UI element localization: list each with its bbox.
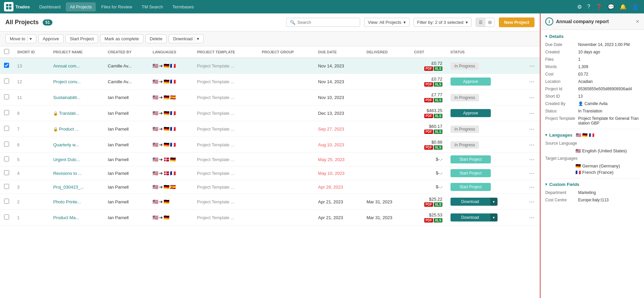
start-project-button[interactable]: Start Project bbox=[450, 183, 491, 191]
project-link[interactable]: Sustainabilit... bbox=[53, 95, 80, 100]
row-checkbox[interactable] bbox=[4, 94, 9, 99]
project-link[interactable]: Revisions to ... bbox=[53, 171, 82, 176]
row-languages: 🇺🇸➜🇩🇪 bbox=[148, 210, 193, 226]
more-options-button[interactable]: ⋯ bbox=[528, 62, 536, 70]
right-panel: i Annual company report × ▾ Details Due … bbox=[540, 13, 644, 298]
logo-text: Trados bbox=[15, 4, 30, 9]
detail-value: 1,309 bbox=[578, 64, 588, 69]
source-language-row: Source Language bbox=[545, 141, 639, 146]
nav-all-projects[interactable]: All Projects bbox=[66, 2, 96, 11]
project-link[interactable]: Quarterly w... bbox=[53, 142, 79, 147]
user-icon[interactable]: 👤 bbox=[631, 2, 640, 11]
flag-icon: ➜ bbox=[159, 126, 163, 132]
row-template: Project Template ... bbox=[193, 105, 258, 121]
more-options-button[interactable]: ⋯ bbox=[528, 78, 536, 86]
approve-button[interactable]: Approve bbox=[450, 109, 491, 117]
row-template: Project Template ... bbox=[193, 210, 258, 226]
project-link[interactable]: Urgent Dutc... bbox=[53, 157, 80, 162]
row-template: Project Template ... bbox=[193, 121, 258, 137]
download-arrow-button[interactable]: ▾ bbox=[490, 198, 498, 206]
help-circle-icon[interactable]: ? bbox=[586, 2, 592, 11]
more-options-button[interactable]: ⋯ bbox=[528, 183, 536, 191]
approve-button[interactable]: Approve bbox=[450, 78, 491, 86]
mark-as-complete-button[interactable]: Mark as complete bbox=[100, 34, 143, 43]
bell-icon[interactable]: 🔔 bbox=[618, 2, 628, 11]
row-delivered bbox=[362, 137, 410, 153]
nav-termbases[interactable]: Termbases bbox=[168, 2, 198, 11]
row-checkbox[interactable] bbox=[4, 214, 9, 219]
row-due-date: Apr 21, 2023 bbox=[314, 194, 362, 210]
row-checkbox[interactable] bbox=[4, 110, 9, 115]
more-options-button[interactable]: ⋯ bbox=[528, 156, 536, 163]
download-main-button[interactable]: Download bbox=[450, 198, 490, 206]
move-to-button[interactable]: Move to ▾ bbox=[5, 34, 36, 43]
flag-icon: 🇩🇰 bbox=[164, 157, 169, 162]
new-project-button[interactable]: New Project bbox=[499, 17, 534, 27]
row-checkbox[interactable] bbox=[4, 170, 9, 175]
row-checkbox[interactable] bbox=[4, 63, 9, 68]
nav-tm-search[interactable]: TM Search bbox=[138, 2, 167, 11]
more-options-button[interactable]: ⋯ bbox=[528, 141, 536, 149]
list-view-button[interactable]: ☰ bbox=[476, 18, 485, 27]
row-checkbox[interactable] bbox=[4, 156, 9, 161]
logo[interactable]: Trados bbox=[4, 2, 30, 11]
project-link[interactable]: Project conv... bbox=[53, 79, 80, 84]
row-checkbox[interactable] bbox=[4, 142, 9, 147]
row-checkbox[interactable] bbox=[4, 79, 9, 84]
project-link[interactable]: Annual com... bbox=[53, 63, 80, 68]
row-due-date: Apr 21, 2023 bbox=[314, 210, 362, 226]
nav-dashboard[interactable]: Dashboard bbox=[35, 2, 65, 11]
row-checkbox[interactable] bbox=[4, 126, 9, 131]
question-icon[interactable]: ❓ bbox=[594, 2, 604, 11]
details-section-header[interactable]: ▾ Details bbox=[545, 34, 639, 39]
close-panel-button[interactable]: × bbox=[636, 18, 639, 24]
nav-files-for-review[interactable]: Files for Review bbox=[97, 2, 136, 11]
row-checkbox[interactable] bbox=[4, 184, 9, 189]
select-all-checkbox[interactable] bbox=[4, 49, 9, 54]
start-project-button[interactable]: Start Project bbox=[450, 169, 491, 177]
detail-value: In Translation bbox=[578, 109, 602, 113]
project-link[interactable]: Translati... bbox=[59, 111, 79, 116]
row-delivered bbox=[362, 105, 410, 121]
start-project-button[interactable]: Start Project bbox=[450, 155, 491, 163]
grid-view-button[interactable]: ⊞ bbox=[485, 18, 495, 27]
project-link[interactable]: Photo Printe... bbox=[53, 199, 81, 204]
download-button[interactable]: Download ▾ bbox=[169, 34, 204, 43]
row-more: ⋯ bbox=[524, 90, 540, 105]
more-options-button[interactable]: ⋯ bbox=[528, 109, 536, 117]
project-link[interactable]: Product ... bbox=[59, 127, 79, 132]
col-cost: COST bbox=[410, 46, 446, 58]
chevron-down-icon: ▾ bbox=[466, 20, 468, 25]
more-options-button[interactable]: ⋯ bbox=[528, 125, 536, 133]
download-arrow-button[interactable]: ▾ bbox=[490, 213, 498, 221]
filter-dropdown[interactable]: Filter by: 2 of 3 selected ▾ bbox=[414, 18, 472, 27]
more-options-button[interactable]: ⋯ bbox=[528, 198, 536, 206]
chat-icon[interactable]: 💬 bbox=[606, 2, 616, 11]
custom-fields-section-header[interactable]: ▾ Custom Fields bbox=[545, 182, 639, 187]
download-main-button[interactable]: Download bbox=[450, 213, 490, 221]
dropdown-arrow-icon: ▾ bbox=[27, 36, 32, 41]
languages-section-header[interactable]: ▾ Languages 🇺🇸 🇩🇪 🇫🇷 bbox=[545, 133, 639, 138]
approve-button[interactable]: Approve bbox=[38, 34, 63, 43]
delete-button[interactable]: Delete bbox=[145, 34, 167, 43]
start-project-button[interactable]: Start Project bbox=[66, 34, 98, 43]
row-languages: 🇺🇸➜🇩🇪🇫🇷 bbox=[148, 105, 193, 121]
row-id: 11 bbox=[13, 90, 49, 105]
row-checkbox[interactable] bbox=[4, 199, 9, 204]
filter-icon[interactable]: ⚙ bbox=[576, 2, 583, 11]
search-box[interactable]: 🔍 bbox=[286, 18, 360, 27]
more-options-button[interactable]: ⋯ bbox=[528, 169, 536, 177]
search-input[interactable] bbox=[297, 20, 356, 25]
detail-row: Project Id 65365855e505d86908936ad4 bbox=[545, 87, 639, 91]
view-dropdown[interactable]: View: All Projects ▾ bbox=[364, 18, 409, 27]
row-due-date: Aug 10, 2023 bbox=[314, 137, 362, 153]
cost-value: $-.- bbox=[414, 184, 442, 189]
more-options-button[interactable]: ⋯ bbox=[528, 214, 536, 221]
row-template: Project Template ... bbox=[193, 180, 258, 194]
project-link[interactable]: Proj_030423_... bbox=[53, 185, 84, 190]
source-language-value: 🇺🇸 English (United States) bbox=[575, 148, 639, 153]
flag-icon: 🇫🇷 bbox=[170, 79, 176, 84]
more-options-button[interactable]: ⋯ bbox=[528, 94, 536, 101]
row-project-name: Product Ma... bbox=[49, 210, 103, 226]
project-link[interactable]: Product Ma... bbox=[53, 215, 79, 220]
